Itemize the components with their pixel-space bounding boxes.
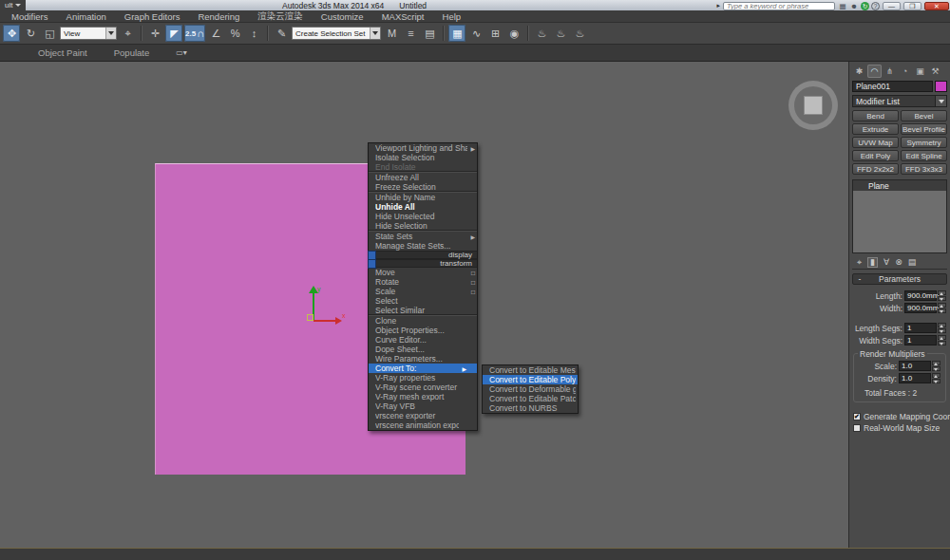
communication-center-icon[interactable]: ↻ [861,2,869,10]
make-unique-icon[interactable]: ∀ [884,258,889,267]
angle-snap-icon[interactable]: ∠ [207,25,224,42]
menu-state-sets[interactable]: State Sets ▶ [369,232,477,241]
apps-grid-icon[interactable]: ▦ [838,2,847,10]
tab-hierarchy[interactable]: ⋔ [883,65,897,78]
modifier-edit-poly-button[interactable]: Edit Poly [852,150,899,161]
tab-utilities[interactable]: ⚒ [928,65,942,78]
ribbon-toggle-icon[interactable]: ▦ [448,25,466,42]
modifier-list-dropdown[interactable]: Modifier List [852,95,947,107]
menu-unhide-by-name[interactable]: Unhide by Name [369,193,477,202]
ribbon-collapse-icon[interactable]: ▭▾ [176,48,187,57]
material-editor-icon[interactable]: ◉ [505,25,522,42]
select-and-scale-icon[interactable]: ◱ [41,25,58,42]
menu-rotate[interactable]: Rotate □ [369,277,477,287]
pin-stack-icon[interactable]: ⌖ [857,258,862,267]
param-input[interactable]: 1 [904,335,937,345]
spinner[interactable] [932,361,940,371]
maximize-button[interactable]: ❐ [903,2,922,10]
modifier-ffd-3x3x3-button[interactable]: FFD 3x3x3 [901,163,947,175]
menu-animation[interactable]: Animation [66,11,106,22]
menu-manage-state-sets[interactable]: Manage State Sets... [369,241,477,251]
menu-convert-to[interactable]: Convert To: ▶ [369,364,477,373]
dropdown-arrow-icon[interactable] [370,28,380,39]
menu-hide-selection[interactable]: Hide Selection [369,221,477,231]
tab-modify[interactable]: ◠ [867,65,882,78]
spinner[interactable] [938,323,946,333]
param-input[interactable]: 1.0 [899,361,931,371]
modifier-ffd-2x2x2-button[interactable]: FFD 2x2x2 [852,163,899,175]
rendered-frame-window-icon[interactable]: ♨ [552,25,569,42]
menu-dope-sheet[interactable]: Dope Sheet... [369,345,477,354]
menu-clone[interactable]: Clone [369,316,477,326]
stack-item-plane[interactable]: Plane [853,180,946,191]
modifier-bend-button[interactable]: Bend [852,110,899,121]
collapse-icon[interactable]: - [853,274,866,284]
param-input[interactable]: 1 [904,323,937,333]
ribbon-tab-populate[interactable]: Populate [114,47,150,58]
spinner[interactable] [938,335,946,345]
parameters-rollout-header[interactable]: - Parameters [852,273,947,285]
checkbox[interactable]: ✔ [853,413,861,420]
spinner[interactable] [938,303,946,313]
minimize-button[interactable]: — [883,2,901,10]
menu-cloud-render[interactable]: 渲染云渲染 [257,10,303,23]
gizmo-origin-handle[interactable] [307,314,314,321]
menu-convert-to-deformable-gpoly[interactable]: Convert to Deformable gPoly [483,384,578,394]
show-end-result-icon[interactable]: ▮ [867,257,878,268]
ribbon-tab-object-paint[interactable]: Object Paint [38,47,87,58]
render-setup-icon[interactable]: ♨ [533,25,550,42]
menu-unhide-all[interactable]: Unhide All [369,202,477,212]
sign-in-icon[interactable]: ☻ [849,2,859,10]
menu-isolate-selection[interactable]: Isolate Selection [369,153,477,162]
checkbox[interactable] [853,424,861,432]
configure-modifier-sets-icon[interactable]: ▤ [908,258,917,267]
menu-move[interactable]: Move □ [369,268,477,277]
quick-access-toolbar[interactable]: ult [0,0,26,10]
param-input[interactable]: 900.0mm [904,290,937,301]
modifier-edit-spline-button[interactable]: Edit Spline [901,150,947,161]
tab-create[interactable]: ✱ [852,65,866,78]
menu-vray-vfb[interactable]: V-Ray VFB [369,401,477,411]
snaps-toggle-icon[interactable]: 2.5∩ [184,25,205,42]
select-object-icon[interactable]: ◤ [165,25,182,42]
menu-select[interactable]: Select [369,296,477,306]
menu-end-isolate[interactable]: End Isolate [369,162,477,172]
align-icon[interactable]: ≡ [402,25,419,42]
search-flyout-icon[interactable]: ▸ [716,2,720,9]
modifier-extrude-button[interactable]: Extrude [852,123,899,135]
perspective-viewport[interactable]: x y Viewport Lighting and Shadows ▶ Isol… [0,62,848,548]
use-pivot-point-icon[interactable]: ⌖ [119,25,136,42]
menu-vray-scene-converter[interactable]: V-Ray scene converter [369,383,477,392]
menu-select-similar[interactable]: Select Similar [369,306,477,315]
reference-coordinate-dropdown[interactable]: View [60,27,117,40]
dropdown-arrow-icon[interactable] [105,28,116,39]
schematic-view-icon[interactable]: ⊞ [486,25,504,42]
modifier-bevel-button[interactable]: Bevel [901,110,947,121]
viewcube[interactable] [788,81,838,130]
dropdown-arrow-icon[interactable] [935,96,946,106]
layer-manager-icon[interactable]: ▤ [421,25,438,42]
menu-vrscene-animation-exporter[interactable]: vrscene animation exporter [369,420,477,430]
settings-box-icon[interactable]: □ [466,279,475,286]
checkbox-row[interactable]: ✔ Generate Mapping Coords. [853,411,946,422]
select-and-move-icon[interactable]: ✥ [3,25,20,42]
menu-customize[interactable]: Customize [321,11,364,22]
modifier-stack[interactable]: Plane [852,179,947,253]
menu-convert-to-editable-poly[interactable]: Convert to Editable Poly [483,375,578,384]
spinner[interactable] [932,373,940,383]
tab-motion[interactable]: ◔ [898,65,912,78]
menu-modifiers[interactable]: Modifiers [11,11,48,22]
settings-box-icon[interactable]: □ [466,289,475,295]
menu-graph-editors[interactable]: Graph Editors [124,11,180,22]
menu-hide-unselected[interactable]: Hide Unselected [369,212,477,221]
remove-modifier-icon[interactable]: ⊗ [895,258,902,267]
menu-convert-to-editable-mesh[interactable]: Convert to Editable Mesh [483,365,578,375]
param-input[interactable]: 1.0 [899,373,931,383]
menu-scale[interactable]: Scale □ [369,287,477,296]
close-button[interactable]: ✕ [924,2,949,10]
tab-display[interactable]: ▣ [913,65,927,78]
checkbox-row[interactable]: Real-World Map Size [853,422,946,434]
menu-vrscene-exporter[interactable]: vrscene exporter [369,411,477,420]
menu-curve-editor[interactable]: Curve Editor... [369,335,477,345]
select-and-manipulate-icon[interactable]: ✛ [146,25,163,42]
